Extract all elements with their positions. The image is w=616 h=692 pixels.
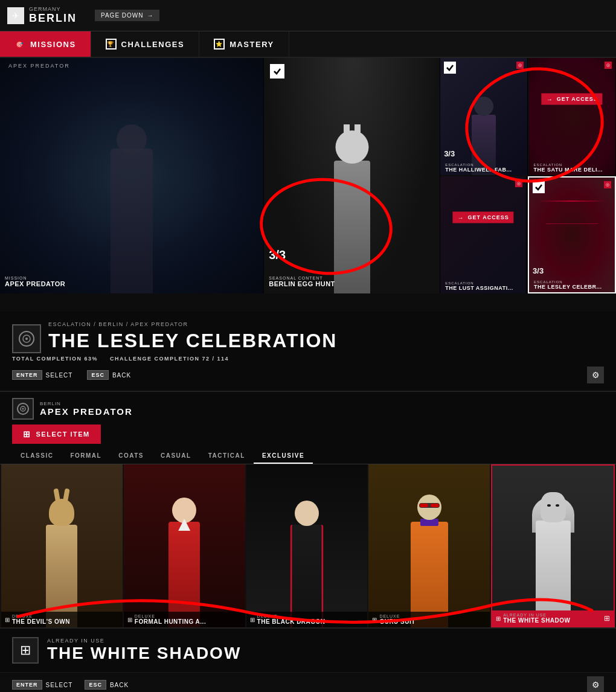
- formal-hunting-tier: DELUXE: [135, 614, 206, 618]
- outfit-card-guru-suit[interactable]: ⊞ DELUXE GURU SUIT: [368, 464, 490, 627]
- card2-check: [270, 64, 284, 78]
- outfit-tab-coats[interactable]: COATS: [110, 449, 152, 464]
- devils-own-name: THE DEVIL'S OWN: [12, 618, 70, 625]
- devils-own-icon: ⊞: [5, 617, 10, 623]
- card2-background: [264, 58, 440, 293]
- mission-card-lesley[interactable]: 3/3 ESCALATION THE LESLEY CELEBR... ◎: [528, 176, 616, 293]
- status-text: ALREADY IN USE THE WHITE SHADOW: [47, 638, 241, 663]
- white-shadow-icon: ⊞: [496, 615, 501, 622]
- card-guru-suit-label: ⊞ DELUXE GURU SUIT: [368, 612, 490, 627]
- card-satu-label: ESCALATION THE SATU MARE DELI...: [534, 163, 611, 173]
- mission-card-apex[interactable]: MISSION APEX PREDATOR: [0, 58, 264, 293]
- apex-main-label: APEX PREDATOR: [40, 406, 133, 417]
- total-completion-label: TOTAL COMPLETION: [12, 356, 82, 362]
- card-lesley-check: [533, 181, 545, 193]
- mission-icon-halliwell: ◎: [516, 62, 524, 69]
- card-guru-suit-bg: [368, 464, 490, 627]
- bottom-controls: ENTER Select ESC Back ⚙: [0, 672, 616, 692]
- selected-mission-icon: [12, 324, 41, 353]
- satu-mare-get-access-btn[interactable]: → Get Access: [542, 93, 603, 104]
- bottom-select-control: ENTER Select: [12, 680, 72, 690]
- card-black-dragon-bg: [246, 464, 368, 627]
- devils-own-tier: DELUXE: [12, 614, 70, 618]
- selected-mission-title: THE LESLEY CELEBRATION: [48, 330, 337, 352]
- location-city: BERLIN: [29, 12, 77, 25]
- card-devils-own-label: ⊞ DELUXE THE DEVIL'S OWN: [1, 612, 123, 627]
- bottom-status-bar: ⊞ ALREADY IN USE THE WHITE SHADOW: [0, 627, 616, 672]
- select-control: ENTER Select: [12, 370, 72, 380]
- svg-point-2: [25, 338, 28, 340]
- status-sub-label: ALREADY IN USE: [47, 638, 241, 644]
- card-halliwell-label: ESCALATION THE HALLIWELL FAB...: [445, 163, 522, 173]
- get-access-label-satu: Get Access: [557, 96, 598, 102]
- tab-bar: 🎯 MISSIONS 🏆 CHALLENGES ⭐ MASTERY: [0, 31, 616, 58]
- black-dragon-tier: DELUXE: [257, 614, 326, 618]
- select-label: Select: [46, 372, 73, 379]
- outfit-card-black-dragon[interactable]: ⊞ DELUXE THE BLACK DRAGON: [246, 464, 368, 627]
- mission-card-halliwell[interactable]: 3/3 ESCALATION THE HALLIWELL FAB... ◎: [440, 58, 527, 175]
- tab-challenges-label: CHALLENGES: [121, 40, 185, 49]
- card-lesley-label: ESCALATION THE LESLEY CELEBR...: [534, 280, 610, 290]
- mission-card-lust[interactable]: → Get Access ESCALATION THE LUST ASSIGNA…: [440, 176, 527, 293]
- white-shadow-name: THE WHITE SHADOW: [503, 617, 570, 624]
- plane-icon: ✈: [7, 7, 24, 24]
- right-cards: 3/3 ESCALATION THE HALLIWELL FAB... ◎: [440, 58, 616, 293]
- card-lust-label: ESCALATION THE LUST ASSIGNATI...: [445, 281, 521, 291]
- mission-card-egg-hunt[interactable]: 3/3 SEASONAL CONTENT BERLIN EGG HUNT: [264, 58, 440, 293]
- bottom-back-control: ESC Back: [85, 680, 129, 690]
- controls-row: ENTER Select ESC Back ⚙: [12, 367, 604, 383]
- selected-mission-text: Escalation / Berlin / Apex Predator THE …: [48, 321, 337, 356]
- select-key: ENTER: [12, 370, 42, 380]
- outfit-card-formal-hunting[interactable]: ⊞ DELUXE FORMAL HUNTING A...: [124, 464, 245, 627]
- card2-label: SEASONAL CONTENT BERLIN EGG HUNT: [269, 276, 435, 287]
- tab-mastery[interactable]: ⭐ MASTERY: [199, 31, 289, 57]
- lust-get-access-btn[interactable]: → Get Access: [453, 211, 514, 223]
- page-down-button[interactable]: PAGE DOWN →: [95, 10, 159, 21]
- location-badge: ✈ GERMANY BERLIN: [7, 6, 77, 25]
- apex-text: BERLIN APEX PREDATOR: [40, 401, 133, 417]
- tab-challenges[interactable]: 🏆 CHALLENGES: [91, 31, 200, 57]
- tab-mastery-label: MASTERY: [229, 40, 274, 49]
- outfit-tab-exclusive[interactable]: EXCLUSIVE: [254, 449, 313, 464]
- select-item-button[interactable]: ⊞ SELECT ITEM: [12, 424, 101, 444]
- select-item-label: SELECT ITEM: [36, 431, 90, 438]
- back-key: ESC: [87, 370, 109, 380]
- guru-suit-icon: ⊞: [372, 617, 377, 623]
- mission-card-satu-mare[interactable]: → Get Access ESCALATION THE SATU MARE DE…: [529, 58, 616, 175]
- status-icon: ⊞: [12, 637, 39, 664]
- mastery-icon: ⭐: [214, 39, 225, 50]
- outfit-card-white-shadow[interactable]: ⊞ ALREADY IN USE THE WHITE SHADOW ⊞: [491, 464, 615, 627]
- guru-suit-name: GURU SUIT: [379, 618, 415, 625]
- bottom-select-label: Select: [46, 682, 73, 688]
- apex-header: BERLIN APEX PREDATOR: [0, 392, 616, 422]
- bottom-gear[interactable]: ⚙: [587, 676, 604, 692]
- bottom-back-label: Back: [110, 682, 129, 688]
- mission-icon-lesley: ◎: [604, 181, 611, 188]
- challenges-icon: 🏆: [106, 39, 117, 50]
- outfit-tab-classic[interactable]: CLASSIC: [12, 449, 62, 464]
- gear-button[interactable]: ⚙: [587, 367, 604, 383]
- formal-hunting-icon: ⊞: [127, 617, 132, 623]
- bottom-gear-button[interactable]: ⚙: [587, 676, 604, 692]
- outfit-card-devils-own[interactable]: ⊞ DELUXE THE DEVIL'S OWN: [1, 464, 123, 627]
- black-dragon-icon: ⊞: [250, 617, 255, 623]
- bottom-back-key: ESC: [85, 680, 106, 690]
- back-label: Back: [112, 372, 131, 379]
- formal-hunting-name: FORMAL HUNTING A...: [135, 618, 206, 625]
- outfit-tab-formal[interactable]: FORMAL: [62, 449, 110, 464]
- selected-breadcrumb: Escalation / Berlin / Apex Predator: [48, 321, 337, 327]
- tab-missions[interactable]: 🎯 MISSIONS: [0, 31, 91, 57]
- mission-icon-lust: ◎: [515, 180, 522, 187]
- section-label: APEX PREDATOR: [8, 63, 70, 69]
- card-lesley-counter: 3/3: [533, 266, 544, 275]
- card2-type: SEASONAL CONTENT: [269, 276, 435, 280]
- outfit-tabs: CLASSIC FORMAL COATS CASUAL TACTICAL EXC…: [0, 449, 616, 464]
- outfit-tab-tactical[interactable]: TACTICAL: [200, 449, 254, 464]
- top-nav: ✈ GERMANY BERLIN PAGE DOWN →: [0, 0, 616, 31]
- status-icon-symbol: ⊞: [20, 642, 31, 658]
- selected-stats: TOTAL COMPLETION 63% CHALLENGE COMPLETIO…: [12, 356, 604, 362]
- total-completion-value: 63%: [85, 356, 98, 362]
- outfit-tab-casual[interactable]: CASUAL: [152, 449, 200, 464]
- white-shadow-tier: ALREADY IN USE: [503, 613, 570, 617]
- arrow-right-icon: →: [147, 12, 153, 19]
